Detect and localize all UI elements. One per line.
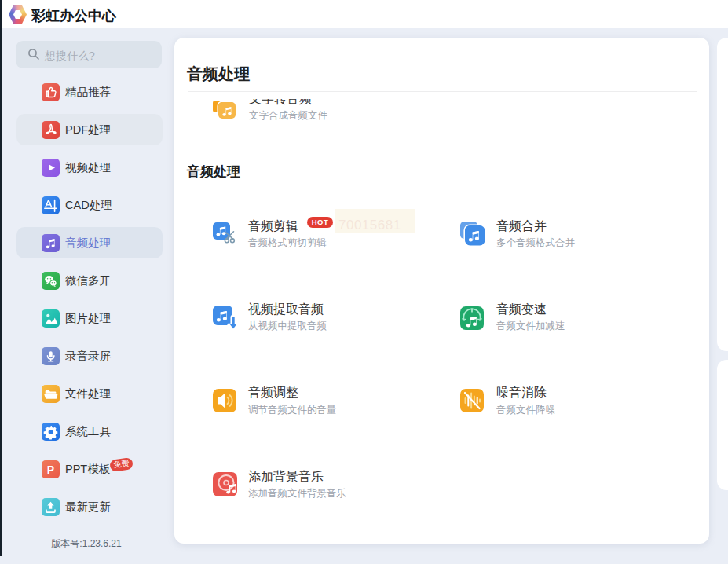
svg-text:P: P bbox=[47, 463, 54, 475]
